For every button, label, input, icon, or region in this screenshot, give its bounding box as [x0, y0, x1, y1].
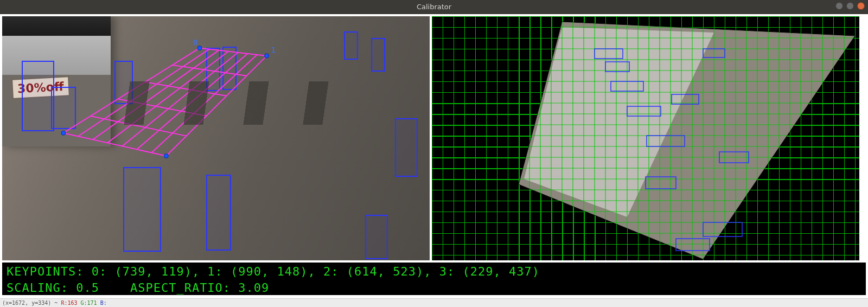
detection-box: [114, 61, 133, 104]
detection-box: [51, 87, 76, 129]
keypoint-handle[interactable]: [265, 54, 269, 58]
status-b: B:: [100, 300, 107, 306]
svg-line-7: [122, 53, 238, 146]
svg-line-12: [118, 99, 206, 116]
detection-box: [371, 38, 385, 72]
detection-box: [206, 48, 220, 91]
svg-line-4: [78, 49, 209, 137]
detection-box: [123, 167, 161, 252]
detection-box: [395, 118, 418, 177]
status-g: G:171: [81, 300, 97, 306]
hud-keypoints-line: KEYPOINTS: 0: (739, 119), 1: (990, 148),…: [7, 265, 540, 278]
maximize-icon[interactable]: [846, 2, 854, 10]
source-view[interactable]: 30%off 01: [2, 16, 430, 260]
status-r: R:163: [61, 300, 77, 306]
window-title: Calibrator: [417, 3, 451, 11]
detection-box: [344, 31, 358, 60]
keypoint-label: 0: [193, 38, 197, 47]
hud-overlay: KEYPOINTS: 0: (739, 119), 1: (990, 148),…: [2, 263, 866, 295]
panes-row: 30%off 01: [2, 16, 866, 260]
svg-line-2: [63, 133, 167, 156]
keypoint-handle[interactable]: [61, 131, 66, 135]
keypoint-label: 1: [271, 46, 276, 54]
close-icon[interactable]: [857, 2, 865, 10]
keypoint-handle[interactable]: [164, 154, 168, 158]
window-controls: [835, 2, 865, 10]
svg-line-5: [93, 50, 219, 140]
detection-box: [206, 175, 231, 251]
svg-line-11: [145, 82, 226, 96]
detection-box: [222, 47, 237, 90]
detection-box: [365, 215, 388, 259]
grid-overlay: [432, 16, 859, 260]
statusbar: (x=1672, y=334) ~ R:163 G:171 B:: [0, 298, 868, 307]
titlebar[interactable]: Calibrator: [0, 0, 868, 14]
keypoint-handle[interactable]: [197, 46, 202, 50]
svg-line-13: [91, 116, 186, 136]
hud-params-line: SCALING: 0.5 ASPECT_RATIO: 3.09: [7, 281, 269, 295]
svg-line-9: [151, 55, 257, 153]
status-coords: (x=1672, y=334) ~: [2, 300, 58, 306]
minimize-icon[interactable]: [835, 2, 843, 10]
detection-box: [22, 61, 54, 131]
content-area: 30%off 01 KEYPOINTS: 0: (739, 119), 1: (…: [0, 14, 868, 298]
warped-view[interactable]: [432, 16, 859, 260]
